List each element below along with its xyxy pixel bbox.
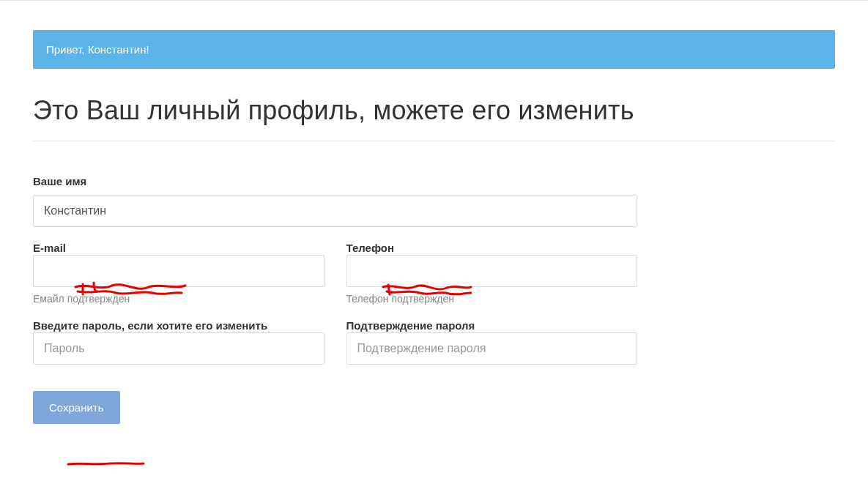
greeting-text: Привет, Константин! — [46, 43, 149, 56]
password-confirm-group: Подтверждение пароля — [346, 319, 638, 365]
password-confirm-label: Подтверждение пароля — [346, 319, 475, 332]
phone-group: Телефон Телефон подтвержден — [346, 242, 638, 305]
email-phone-row: E-mail Емайл подтвержден Телефон Телефон… — [33, 242, 637, 305]
email-input[interactable] — [33, 255, 324, 287]
phone-input[interactable] — [346, 255, 638, 287]
phone-help: Телефон подтвержден — [346, 293, 638, 305]
name-input[interactable] — [33, 195, 637, 227]
page-title: Это Ваш личный профиль, можете его измен… — [33, 95, 835, 126]
password-row: Введите пароль, если хотите его изменить… — [33, 319, 637, 365]
email-group: E-mail Емайл подтвержден — [33, 242, 324, 305]
phone-label: Телефон — [346, 242, 395, 254]
content-container: Привет, Константин! Это Ваш личный профи… — [33, 30, 835, 424]
password-confirm-input[interactable] — [346, 332, 638, 365]
password-group: Введите пароль, если хотите его изменить — [33, 319, 324, 365]
email-label: E-mail — [33, 242, 66, 254]
email-help: Емайл подтвержден — [33, 293, 324, 305]
password-input[interactable] — [33, 332, 324, 365]
greeting-alert: Привет, Константин! — [33, 30, 835, 69]
save-underline-annotation — [66, 458, 146, 471]
name-group: Ваше имя — [33, 175, 835, 227]
save-button[interactable]: Сохранить — [33, 391, 120, 424]
password-label: Введите пароль, если хотите его изменить — [33, 319, 267, 332]
title-divider — [33, 141, 835, 141]
name-label: Ваше имя — [33, 175, 637, 187]
top-divider — [0, 0, 868, 10]
